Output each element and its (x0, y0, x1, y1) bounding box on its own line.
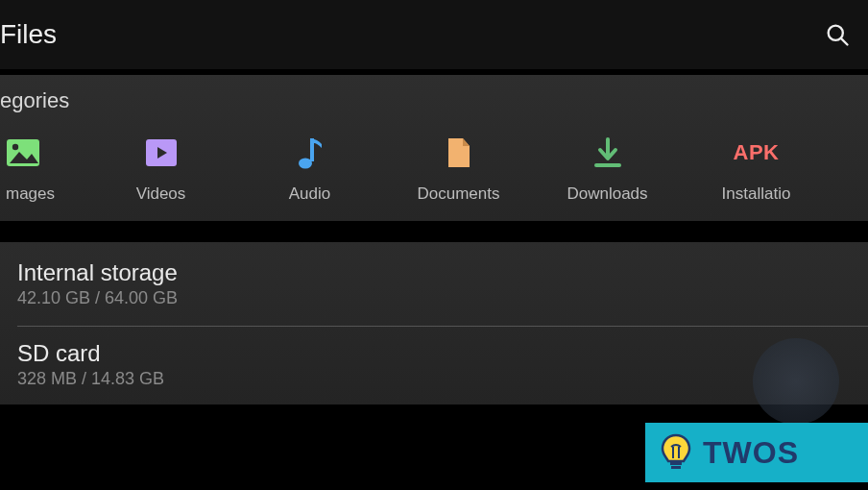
storage-sdcard-title: SD card (17, 340, 868, 367)
storage-internal[interactable]: Internal storage 42.10 GB / 64.00 GB (17, 259, 868, 308)
storage-internal-usage: 42.10 GB / 64.00 GB (17, 288, 868, 308)
search-icon (824, 21, 851, 48)
document-icon (446, 135, 472, 171)
app-header: Files (0, 0, 868, 69)
divider (17, 326, 868, 327)
categories-heading: egories (0, 88, 868, 113)
apk-text: APK (734, 140, 780, 165)
download-icon (592, 135, 623, 171)
category-label: Downloads (567, 184, 647, 204)
category-images[interactable]: mages (0, 135, 86, 204)
category-label: Documents (418, 184, 500, 204)
decorative-circle (753, 338, 839, 425)
category-audio[interactable]: Audio (235, 135, 384, 204)
svg-rect-10 (671, 466, 681, 469)
apk-icon: APK (734, 135, 780, 171)
section-gap (0, 221, 868, 242)
category-label: Audio (289, 184, 330, 204)
category-installation[interactable]: APK Installatio (682, 135, 831, 204)
category-label: Installatio (722, 184, 791, 204)
search-button[interactable] (824, 21, 851, 48)
category-downloads[interactable]: Downloads (533, 135, 682, 204)
category-label: Videos (136, 184, 186, 204)
bulb-icon (657, 431, 695, 474)
video-icon (145, 135, 178, 171)
storage-internal-title: Internal storage (17, 259, 868, 286)
watermark-badge: TWOS (645, 423, 868, 482)
svg-line-1 (841, 38, 847, 44)
category-videos[interactable]: Videos (86, 135, 235, 204)
category-label: mages (6, 184, 55, 204)
svg-point-5 (299, 159, 312, 169)
svg-point-3 (12, 144, 18, 150)
audio-icon (297, 135, 324, 171)
categories-section: egories mages Videos (0, 75, 868, 221)
storage-section: Internal storage 42.10 GB / 64.00 GB SD … (0, 242, 868, 404)
svg-rect-9 (670, 461, 682, 465)
storage-sdcard-usage: 328 MB / 14.83 GB (17, 369, 868, 389)
storage-sdcard[interactable]: SD card 328 MB / 14.83 GB (17, 340, 868, 389)
watermark-text: TWOS (703, 435, 799, 471)
category-documents[interactable]: Documents (384, 135, 533, 204)
app-title: Files (0, 19, 57, 50)
image-icon (6, 135, 40, 171)
categories-row: mages Videos Audio (0, 127, 868, 204)
